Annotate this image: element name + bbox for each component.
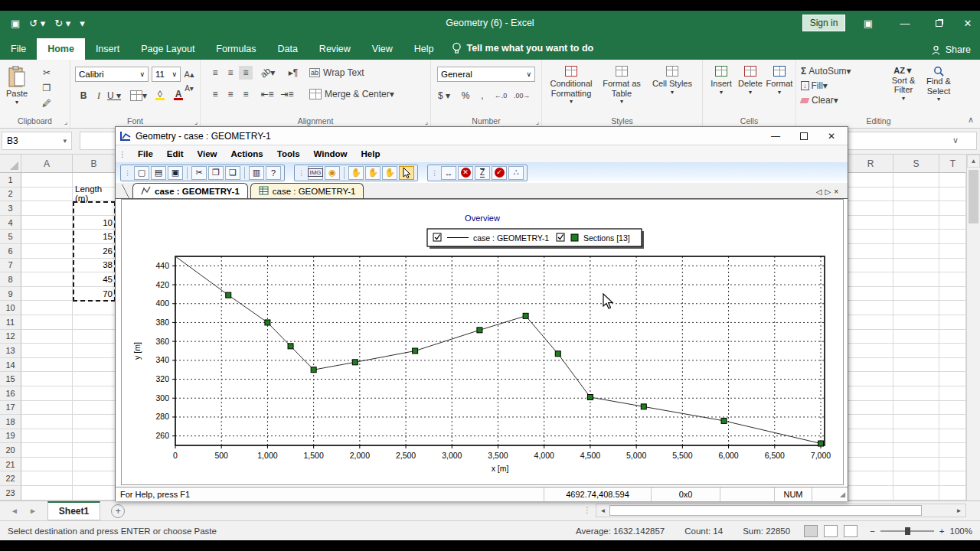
sheet-tab-sheet1[interactable]: Sheet1 xyxy=(47,501,100,520)
align-top-icon[interactable]: ≡ xyxy=(208,66,222,80)
cell-S5[interactable] xyxy=(893,230,939,244)
cell-styles-button[interactable]: Cell Styles▾ xyxy=(649,66,695,96)
ribbon-tab-file[interactable]: File xyxy=(0,38,37,60)
cell-T21[interactable] xyxy=(939,458,966,472)
cell-T5[interactable] xyxy=(939,230,966,244)
zoom-hand-icon[interactable]: ✋ xyxy=(365,166,381,180)
bold-icon[interactable]: B xyxy=(77,89,90,103)
cell-B22[interactable] xyxy=(73,471,116,486)
cell-R11[interactable] xyxy=(848,315,893,330)
column-header-r[interactable]: R xyxy=(848,155,893,172)
cell-R20[interactable] xyxy=(848,443,893,458)
cell-T4[interactable] xyxy=(939,216,966,230)
share-button[interactable]: Share xyxy=(932,44,971,55)
cell-B17[interactable] xyxy=(73,401,116,416)
cell-A18[interactable] xyxy=(21,415,73,429)
redo-icon[interactable]: ↻ ▾ xyxy=(54,18,70,29)
cell-R14[interactable] xyxy=(848,358,893,373)
page-layout-view-icon[interactable] xyxy=(824,525,838,537)
row-header-18[interactable]: 18 xyxy=(0,415,21,429)
ribbon-tab-page-layout[interactable]: Page Layout xyxy=(130,38,205,60)
text-direction-icon[interactable]: ▸¶ xyxy=(286,66,300,80)
worksheet-grid-right[interactable]: R S T xyxy=(848,155,966,500)
cell-A8[interactable] xyxy=(21,272,73,287)
cell-S23[interactable] xyxy=(893,486,939,500)
paste-button[interactable]: Paste▾ xyxy=(6,66,28,106)
cell-S9[interactable] xyxy=(893,287,939,302)
decrease-decimal-icon[interactable]: .00→ xyxy=(514,89,531,103)
tab-scroll-controls[interactable]: ◁▷× xyxy=(816,187,841,196)
zoom-slider[interactable] xyxy=(880,530,934,532)
geometry-titlebar[interactable]: Geometry - case : GEOMETRY-1 — ✕ xyxy=(116,127,848,145)
row-header-20[interactable]: 20 xyxy=(0,443,21,458)
cell-R3[interactable] xyxy=(848,201,893,216)
cell-R12[interactable] xyxy=(848,330,893,344)
scroll-left-icon[interactable]: ◄ xyxy=(596,504,609,517)
geometry-tab-2[interactable]: case : GEOMETRY-1 xyxy=(250,183,364,198)
cell-S1[interactable] xyxy=(893,173,939,187)
cell-T9[interactable] xyxy=(939,287,966,302)
number-dialog-launcher[interactable]: ⌟ xyxy=(536,118,539,126)
cell-B14[interactable] xyxy=(73,358,116,373)
cell-R7[interactable] xyxy=(848,259,893,273)
row-header-3[interactable]: 3 xyxy=(0,201,21,216)
cell-S14[interactable] xyxy=(893,358,939,373)
cell-S3[interactable] xyxy=(893,201,939,216)
cell-T17[interactable] xyxy=(939,401,966,416)
cell-T16[interactable] xyxy=(939,386,966,401)
cell-A16[interactable] xyxy=(21,386,73,401)
row-header-15[interactable]: 15 xyxy=(0,372,21,386)
row-header-5[interactable]: 5 xyxy=(0,230,21,244)
cell-S21[interactable] xyxy=(893,458,939,472)
cell-S18[interactable] xyxy=(893,415,939,429)
geometry-tab-1[interactable]: case : GEOMETRY-1 xyxy=(132,183,248,198)
cell-R16[interactable] xyxy=(848,386,893,401)
cell-A7[interactable] xyxy=(21,259,73,273)
save-icon[interactable]: ▣ xyxy=(11,18,20,29)
cell-B13[interactable] xyxy=(73,344,116,358)
cell-S20[interactable] xyxy=(893,443,939,458)
font-dialog-launcher[interactable]: ⌟ xyxy=(194,118,198,126)
format-as-table-button[interactable]: Format as Table▾ xyxy=(597,66,646,105)
cell-S17[interactable] xyxy=(893,401,939,416)
column-header-s[interactable]: S xyxy=(893,155,939,172)
section-marker[interactable] xyxy=(352,360,358,365)
cell-B23[interactable] xyxy=(73,486,116,500)
alignment-dialog-launcher[interactable]: ⌟ xyxy=(425,118,428,126)
cell-A9[interactable] xyxy=(21,287,73,302)
scrollbar-splitter[interactable]: ⋮ xyxy=(583,506,591,514)
cell-T8[interactable] xyxy=(939,272,966,287)
clipboard-dialog-launcher[interactable]: ⌟ xyxy=(64,118,67,126)
cell-A4[interactable] xyxy=(21,216,73,230)
increase-decimal-icon[interactable]: ←.0 xyxy=(494,89,508,103)
cell-A21[interactable] xyxy=(21,458,73,472)
cell-A2[interactable] xyxy=(21,187,73,202)
img-mode-icon[interactable]: IMG xyxy=(308,166,323,180)
section-marker[interactable] xyxy=(641,404,646,409)
row-header-22[interactable]: 22 xyxy=(0,471,21,486)
column-header-a[interactable]: A xyxy=(21,155,73,172)
menu-edit[interactable]: Edit xyxy=(160,148,191,160)
child-minimize-button[interactable]: — xyxy=(771,131,780,142)
cell-S12[interactable] xyxy=(893,330,939,344)
section-marker[interactable] xyxy=(226,292,231,298)
cell-A14[interactable] xyxy=(21,358,73,373)
save-icon[interactable]: ▣ xyxy=(168,166,183,180)
cell-A13[interactable] xyxy=(21,344,73,358)
cell-S2[interactable] xyxy=(893,187,939,202)
close-button[interactable]: ✕ xyxy=(956,11,980,35)
align-right-icon[interactable]: ≡ xyxy=(239,87,253,101)
fit-vertical-icon[interactable]: Z xyxy=(475,166,490,180)
insert-cells-button[interactable]: Insert▾ xyxy=(707,66,735,96)
cell-T19[interactable] xyxy=(939,429,966,444)
section-marker[interactable] xyxy=(523,313,528,318)
cell-S19[interactable] xyxy=(893,429,939,444)
cut-icon[interactable]: ✂ xyxy=(191,166,207,180)
point-hand-icon[interactable]: ✋ xyxy=(382,166,397,180)
row-header-16[interactable]: 16 xyxy=(0,386,21,401)
sort-filter-button[interactable]: AZ▼Sort & Filter▾ xyxy=(887,66,920,102)
cell-S7[interactable] xyxy=(893,259,939,273)
ribbon-tab-formulas[interactable]: Formulas xyxy=(205,38,266,60)
row-header-11[interactable]: 11 xyxy=(0,315,21,330)
format-painter-icon[interactable]: 🖉 xyxy=(40,96,54,110)
